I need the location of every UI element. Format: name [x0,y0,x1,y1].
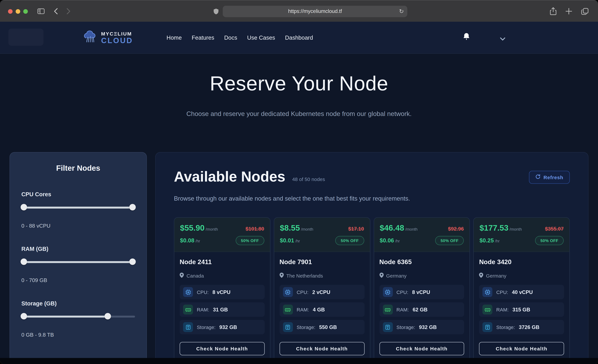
storage-spec-row: Storage: 932 GB [379,320,464,334]
new-tab-icon[interactable] [566,8,572,14]
ram-icon [183,305,193,314]
brand-name-bottom: CLOUD [101,36,133,44]
discount-badge: 50% OFF [335,236,364,245]
forward-icon[interactable] [66,8,71,14]
check-node-health-button[interactable]: Check Node Health [379,342,464,355]
mycelium-logo-icon [83,30,98,45]
nav-link-features[interactable]: Features [192,34,214,41]
filter-group-ram: RAM (GB) 0 - 709 GB [21,246,135,283]
window-bottom-edge [0,358,598,364]
hero-section: Reserve Your Node Choose and reserve you… [0,54,598,118]
chevron-down-icon[interactable] [500,35,505,42]
cpu-label: CPU: [297,289,308,295]
filter-panel: Filter Nodes CPU Cores 0 - 88 vCPU RAM (… [9,152,147,364]
ram-icon [482,305,492,314]
discount-badge: 50% OFF [235,236,264,245]
monthly-price: $46.48 [380,223,404,232]
storage-slider-max-handle[interactable] [104,313,111,320]
available-nodes-panel: Available Nodes 48 of 50 nodes Refresh B… [155,152,588,364]
storage-value: 3726 GB [519,324,540,330]
cpu-value: 40 vCPU [512,289,533,295]
storage-label: Storage: [197,324,216,330]
node-card-body: Node 3420 Germany CPU: 40 vCPU [474,252,569,334]
node-location: Germany [486,273,507,279]
cpu-value: 8 vCPU [212,289,231,295]
ram-slider-track [21,261,135,263]
zoom-window-button[interactable] [23,9,28,14]
cpu-cores-slider[interactable] [21,204,135,211]
address-bar[interactable]: https://myceliumcloud.tf ↻ [223,6,407,17]
node-name: Node 3420 [479,258,564,266]
cpu-label: CPU: [197,289,209,295]
hourly-unit: /hr [196,239,200,243]
nodes-count-text: 48 of 50 nodes [292,176,325,182]
cpu-slider-min-handle[interactable] [21,204,27,210]
ram-icon [383,305,393,314]
refresh-button-label: Refresh [544,174,563,180]
refresh-icon [535,174,540,180]
reload-icon[interactable]: ↻ [399,8,404,14]
refresh-button[interactable]: Refresh [529,171,570,184]
location-pin-icon [180,273,184,279]
ram-slider-min-handle[interactable] [21,258,27,265]
ram-slider[interactable] [21,258,135,265]
nav-link-use-cases[interactable]: Use Cases [247,34,275,41]
original-price: $92.96 [448,226,464,232]
ram-value: 31 GB [213,307,228,312]
node-name: Node 2411 [180,258,265,266]
price-header: $46.48/month $92.96 $0.06/hr 50% OFF [374,218,470,252]
check-node-health-button[interactable]: Check Node Health [479,342,564,355]
nav-link-docs[interactable]: Docs [224,34,237,41]
back-icon[interactable] [54,8,58,14]
cpu-value: 2 vCPU [312,289,330,295]
ram-value: 62 GB [413,307,428,312]
available-nodes-title: Available Nodes [174,169,285,185]
ram-value: 315 GB [513,307,530,312]
ram-value: 4 GB [313,307,325,312]
ram-spec-row: RAM: 62 GB [379,302,464,317]
browser-chrome: https://myceliumcloud.tf ↻ [0,0,598,22]
url-text: https://myceliumcloud.tf [288,8,342,14]
storage-label: Storage (GB) [21,300,135,306]
close-window-button[interactable] [8,9,13,14]
storage-value: 932 GB [219,324,237,330]
ram-label: RAM: [496,307,509,312]
nav-link-home[interactable]: Home [166,34,182,41]
minimize-window-button[interactable] [16,9,20,14]
hourly-unit: /hr [495,239,499,243]
node-location: Canada [187,273,204,279]
node-name: Node 6365 [379,258,464,266]
ram-slider-max-handle[interactable] [129,258,136,265]
shield-icon[interactable] [213,8,219,15]
ram-label: RAM: [297,307,309,312]
notification-bell-icon[interactable] [463,32,470,42]
cpu-range-text: 0 - 88 vCPU [21,223,135,229]
storage-value: 932 GB [419,324,437,330]
monthly-unit: /month [301,227,313,232]
monthly-unit: /month [405,227,418,232]
nav-link-dashboard[interactable]: Dashboard [285,34,313,41]
cpu-slider-max-handle[interactable] [129,204,136,210]
site-navbar: MYCΞLIUM CLOUD Home Features Docs Use Ca… [0,22,598,54]
ram-spec-row: RAM: 4 GB [280,302,365,317]
monthly-price: $55.90 [180,223,205,232]
storage-slider[interactable] [21,313,135,320]
check-node-health-button[interactable]: Check Node Health [280,342,365,355]
brand-name-top: MYCΞLIUM [101,31,133,36]
node-card: $8.55/month $17.10 $0.01/hr 50% OFF Node… [274,217,370,362]
ram-label: RAM: [197,307,209,312]
cpu-value: 8 vCPU [412,289,430,295]
hourly-price: $0.06 [380,237,394,244]
discount-badge: 50% OFF [435,236,464,245]
nav-placeholder-box [8,29,43,46]
check-node-health-button[interactable]: Check Node Health [180,342,265,355]
brand-logo[interactable]: MYCΞLIUM CLOUD [83,30,133,45]
node-cards-grid: $55.90/month $101.80 $0.08/hr 50% OFF No… [174,217,570,362]
share-icon[interactable] [550,7,556,15]
web-page: MYCΞLIUM CLOUD Home Features Docs Use Ca… [0,22,598,364]
nav-links: Home Features Docs Use Cases Dashboard [166,34,313,41]
tab-overview-icon[interactable] [581,8,589,15]
cpu-cores-label: CPU Cores [21,191,135,198]
storage-slider-min-handle[interactable] [21,313,27,320]
sidebar-toggle-icon[interactable] [37,8,45,14]
